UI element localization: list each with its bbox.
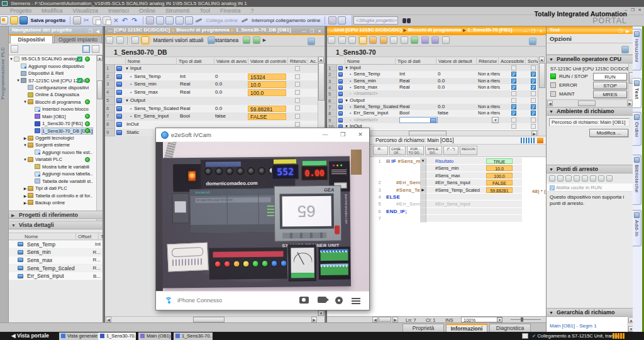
save-project-button[interactable]: Salva progetto: [30, 15, 67, 26]
list-icon[interactable]: [131, 36, 139, 44]
bottom-tab[interactable]: Diagnostica: [489, 324, 531, 332]
tree-item[interactable]: ▼ S7-1215C Unit [CPU 1215C ... ✓: [9, 77, 96, 84]
tab-oggetti-impianto[interactable]: Oggetti impianto: [54, 35, 102, 43]
fb-step1-icon[interactable]: [421, 36, 429, 44]
tree-item[interactable]: Mostra tutte le variabili ✓: [9, 163, 96, 170]
lock-icon[interactable]: [208, 36, 215, 44]
section-ambiente[interactable]: ▼Ambiente di richiamo: [547, 107, 633, 116]
db-editor-header[interactable]: ... [CPU 1215C DC/DC/DC] ▶ Blocchi di pr…: [105, 26, 325, 34]
fb-step2-icon[interactable]: [431, 36, 439, 44]
bp-icon-2[interactable]: [557, 175, 564, 182]
menu-item[interactable]: Finestra: [215, 7, 246, 15]
side-tab-ordini[interactable]: Ordini: [633, 112, 641, 146]
db-hscrollbar[interactable]: ◀ ▶: [105, 316, 318, 322]
keep-values-button[interactable]: Mantieni valori attuali: [152, 35, 206, 45]
db-table-row[interactable]: 3 Sens_min Real 0.0 10.0: [105, 80, 318, 89]
writable-checkbox[interactable]: [531, 85, 536, 90]
fb-glasses-icon[interactable]: [359, 36, 367, 44]
nav-panel-controls[interactable]: ❒ ◀: [88, 28, 101, 34]
section-gerarchia[interactable]: ▼Gerarchia di richiamo: [547, 308, 633, 317]
db-editor-window-controls[interactable]: — ❒ ✕: [302, 28, 323, 34]
details-row[interactable]: Sens_max R...: [9, 256, 103, 265]
fb-table-row[interactable]: 1 ▼Input: [327, 65, 538, 71]
writable-checkbox[interactable]: [531, 79, 536, 84]
copy-snapshot-icon[interactable]: [243, 36, 250, 44]
nav-filter-icon[interactable]: [11, 45, 18, 53]
bp-icon-3[interactable]: [565, 175, 572, 182]
retention-checkbox[interactable]: [295, 66, 300, 71]
taskbar-tab-vista-generale[interactable]: Vista generale: [59, 332, 98, 340]
writable-checkbox[interactable]: [531, 72, 536, 77]
new-project-icon[interactable]: [0, 16, 8, 25]
nav-view-icon[interactable]: [82, 45, 90, 53]
bp-icon-1[interactable]: [549, 175, 555, 182]
fb-table-row[interactable]: 3 Sens_min Real 0.0 Non a ritenz...: [327, 78, 538, 84]
writable-checkbox[interactable]: [531, 118, 536, 123]
details-row[interactable]: Sens_Temp_Scaled R...: [9, 265, 103, 273]
window-view4-icon[interactable]: [185, 16, 193, 25]
zoom-dropdown-icon[interactable]: ▼: [497, 317, 502, 322]
zoom-slider[interactable]: [511, 319, 541, 320]
tree-item[interactable]: ▼ Blocchi di programma ✓: [9, 99, 96, 106]
add-row-icon[interactable]: [116, 36, 124, 44]
hierarchy-link[interactable]: Main [OB1] - Segm 1: [550, 323, 597, 329]
retention-checkbox[interactable]: [295, 90, 300, 95]
fb-reset2-icon[interactable]: [380, 36, 387, 44]
accessible-checkbox[interactable]: [511, 85, 516, 90]
tree-item[interactable]: ▶ Tipi di dati PLC ✓: [9, 185, 96, 192]
fb-table-row[interactable]: 7 Sens_Temp_Scaled Real 0.0 Non a ritenz…: [327, 104, 538, 110]
db-table-row[interactable]: 5 ▼Output: [105, 97, 318, 105]
section-punti-arresto[interactable]: ▼Punti di arresto: [547, 165, 633, 173]
menu-item[interactable]: Progetto: [5, 7, 36, 15]
accessible-checkbox[interactable]: [511, 124, 516, 129]
snippet-button[interactable]: CASE...OF...: [389, 146, 406, 155]
section-progetti-riferimento[interactable]: ▶Progetti di riferimento: [9, 211, 103, 219]
search-icon[interactable]: [402, 17, 411, 24]
accessible-checkbox[interactable]: [511, 104, 516, 109]
delete-icon[interactable]: [112, 16, 120, 25]
diagnostics-icon[interactable]: [328, 16, 336, 25]
fb-copy-icon[interactable]: [390, 36, 397, 44]
bp-icon-6[interactable]: [590, 175, 596, 182]
menu-item[interactable]: Online: [134, 7, 160, 15]
insert-row-icon[interactable]: [106, 36, 113, 44]
accessible-checkbox[interactable]: [511, 111, 516, 116]
settings-gear-icon[interactable]: [335, 297, 343, 304]
tree-item[interactable]: Aggiungi nuova tabella.. ✓: [9, 170, 96, 177]
monitor-off-icon[interactable]: [537, 138, 543, 143]
writable-checkbox[interactable]: [531, 111, 536, 116]
redo-icon[interactable]: [131, 16, 140, 25]
menu-icon[interactable]: [352, 298, 360, 304]
retention-checkbox[interactable]: [295, 98, 300, 103]
project-search-input[interactable]: <Sfoglia progetto>: [353, 16, 398, 25]
monitor-toggle-icon[interactable]: [142, 36, 149, 44]
menu-item[interactable]: Inserisci: [103, 7, 134, 15]
tree-item[interactable]: ▶ Backup online ✓: [9, 199, 96, 206]
section-cpu-panel[interactable]: ▼Pannello operatore CPU: [547, 55, 633, 63]
ivcam-maximize[interactable]: ❒: [334, 128, 352, 142]
window-controls[interactable]: – ❒ ✕: [625, 8, 643, 13]
tree-item[interactable]: ▼ Variabili PLC ✓: [9, 156, 96, 163]
zoom-slider-thumb[interactable]: [521, 317, 523, 322]
fb-table-row[interactable]: 2 Sens_Temp Int 0 Non a ritenz...: [327, 71, 538, 77]
menu-item[interactable]: Visualizza: [68, 7, 103, 15]
side-tab-istruzioni[interactable]: Istruzioni: [633, 29, 641, 70]
snippet-button[interactable]: FOR...TO DO...: [407, 146, 425, 155]
details-row[interactable]: Err_Sens_input B...: [9, 272, 103, 280]
writable-checkbox[interactable]: [531, 124, 536, 129]
fb-table-row[interactable]: 9 <Inserisci>: [327, 117, 538, 123]
menu-item[interactable]: Tool: [194, 7, 215, 15]
cpu-panel-hscrollbar[interactable]: ◀ ▶: [547, 99, 633, 106]
taskbar-tab-fb[interactable]: 1_Sens30-70...: [98, 332, 136, 340]
fb-list-icon[interactable]: [348, 36, 356, 44]
tree-item[interactable]: ▶ Tabella di controllo e di for.. ✓: [9, 192, 96, 199]
tree-item[interactable]: Main [OB1] ✓: [9, 113, 96, 120]
details-row[interactable]: Sens_min R...: [9, 249, 103, 257]
db-table-row[interactable]: 6 Sens_Temp_Scaled Real 0.0 59.88281: [105, 105, 318, 113]
tree-item[interactable]: 1_Sens30-70_DB [DB1] ✓: [9, 127, 96, 134]
test-float-icon[interactable]: [621, 46, 629, 53]
snippet-button[interactable]: IF...: [373, 146, 388, 155]
accessible-checkbox[interactable]: [511, 79, 516, 84]
vista-portale-button[interactable]: ◀ Vista portale: [11, 332, 49, 340]
retention-checkbox[interactable]: [295, 74, 300, 79]
